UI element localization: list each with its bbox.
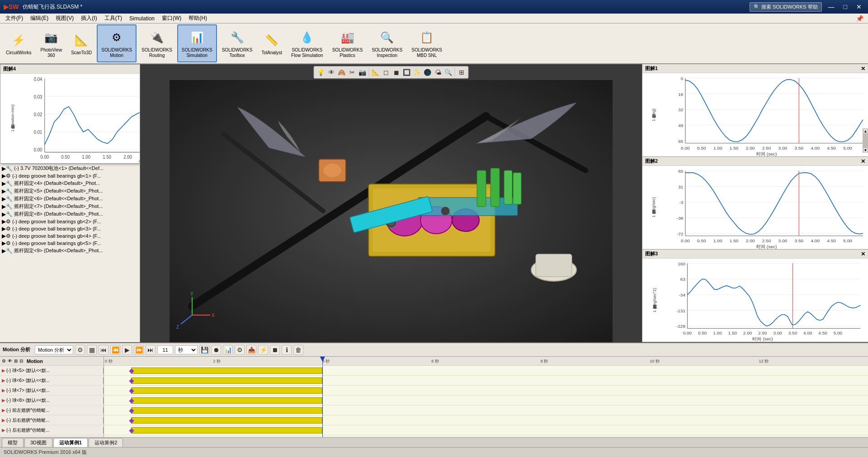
rp-scroll-down[interactable]: ▼ <box>863 147 868 153</box>
tree-item-8[interactable]: ▶⚙ (-) deep groove ball bearings gb<3> (… <box>0 225 140 232</box>
pin-icon[interactable]: 📌 <box>853 15 866 22</box>
timeline-row-2[interactable]: ▶ (-) 球<7> (默认<<默... <box>0 386 104 396</box>
ribbon-sw-routing[interactable]: 🔌 SOLIDWORKSRouting <box>137 24 176 62</box>
timeline-row-0[interactable]: ▶ (-) 球<5> (默认<<默... <box>0 366 104 376</box>
ribbon-sw-plastics[interactable]: 🏭 SOLIDWORKSPlastics <box>328 24 367 62</box>
svg-text:49: 49 <box>678 123 684 128</box>
ribbon-sw-simulation[interactable]: 📊 SOLIDWORKSSimulation <box>177 24 217 62</box>
vp-perspective-btn[interactable]: 🔍 <box>443 67 453 77</box>
motion-stop-btn[interactable]: ⏹ <box>270 345 280 355</box>
tree-item-2[interactable]: ▶🔧 摇杆固定<4> (Default<Default>_Phot... <box>0 179 140 187</box>
vp-ambient-btn[interactable]: 🌤 <box>433 67 443 77</box>
search-input-area[interactable]: 🔍 搜索 SOLIDWORKS 帮助 <box>750 2 822 12</box>
vp-wire-btn[interactable]: ◼ <box>392 67 401 77</box>
menu-simulation[interactable]: Simulation <box>126 14 158 23</box>
tab-3d-view[interactable]: 3D视图 <box>24 438 52 447</box>
graph1-close-icon[interactable]: ✕ <box>861 66 865 72</box>
vp-realview-btn[interactable]: ✨ <box>412 67 422 77</box>
tree-icon-5: ▶🔧 <box>2 203 13 210</box>
menu-file[interactable]: 文件(F) <box>2 14 27 23</box>
motion-info-btn[interactable]: ℹ <box>282 345 292 355</box>
timeline-row-6[interactable]: ▶ (-) 后右翅膀^仿蜻蜓... <box>0 425 104 435</box>
timeline-collapse-icon[interactable]: ⊟ <box>19 358 23 363</box>
ribbon-scan-to-3d[interactable]: 📐 ScanTo3D <box>67 24 96 62</box>
vp-shade-btn[interactable]: ◻ <box>381 67 391 77</box>
graph3-close-icon[interactable]: ✕ <box>861 251 865 257</box>
motion-rewind-btn[interactable]: ⏮ <box>99 345 108 355</box>
motion-back-btn[interactable]: ⏪ <box>110 345 120 355</box>
graph2-svg: 65 31 -3 -38 -72 0.00 0.50 1.00 1.50 2.0… <box>665 166 868 249</box>
motion-sim-btn[interactable]: ⚡ <box>258 345 268 355</box>
vp-normal-btn[interactable]: 📐 <box>371 67 381 77</box>
motion-time-unit-select[interactable]: 秒 <box>175 345 198 354</box>
vp-3d-btn[interactable]: 🔲 <box>402 67 412 77</box>
motion-settings-btn[interactable]: ▦ <box>87 345 97 355</box>
vp-hide-btn[interactable]: 🙈 <box>337 67 347 77</box>
menu-insert[interactable]: 插入(I) <box>77 14 100 23</box>
ribbon-tolanalyst[interactable]: 📏 TolAnalyst <box>257 24 286 62</box>
timeline-eye-icon[interactable]: 👁 <box>8 358 12 363</box>
tab-motion-2[interactable]: 运动算例2 <box>89 438 123 447</box>
ribbon-sw-mbd[interactable]: 📋 SOLIDWORKSMBD SNL <box>407 24 446 62</box>
vp-light-btn[interactable]: 💡 <box>316 67 326 77</box>
menu-view[interactable]: 视图(V) <box>52 14 77 23</box>
rp-scroll-thumb[interactable] <box>863 134 868 147</box>
tree-item-6[interactable]: ▶🔧 摇杆固定<8> (Default<<Default>_Phot... <box>0 210 140 218</box>
tab-model[interactable]: 模型 <box>2 438 24 447</box>
tree-item-3[interactable]: ▶🔧 摇杆固定<5> (Default<<Default>_Phot... <box>0 187 140 195</box>
motion-delete-btn[interactable]: 🗑 <box>293 345 303 355</box>
ribbon-sw-inspection[interactable]: 🔍 SOLIDWORKSInspection <box>368 24 406 62</box>
tree-item-0[interactable]: ▶🔧 (-) 3.7V 702030电池<1> (Default<<Def... <box>0 165 140 172</box>
ribbon-photoview[interactable]: 📷 PhotoView360 <box>36 24 66 62</box>
motion-time-input[interactable] <box>157 345 173 354</box>
tree-item-7[interactable]: ▶⚙ (-) deep groove ball bearings gb<2> (… <box>0 218 140 225</box>
menu-tools[interactable]: 工具(T) <box>101 14 126 23</box>
vp-view-btn[interactable]: 👁 <box>326 67 336 77</box>
menu-edit[interactable]: 编辑(E) <box>27 14 52 23</box>
svg-text:2.00: 2.00 <box>746 146 755 151</box>
tree-item-9[interactable]: ▶⚙ (-) deep groove ball bearings gb<4> (… <box>0 232 140 240</box>
rp-scroll-up[interactable]: ▲ <box>863 128 868 134</box>
vp-shadows-btn[interactable]: 🌑 <box>423 67 433 77</box>
motion-forward-btn[interactable]: ⏩ <box>134 345 144 355</box>
ribbon-sw-toolbox[interactable]: 🔧 SOLIDWORKSToolbox <box>218 24 257 62</box>
tree-item-10[interactable]: ▶⚙ (-) deep groove ball bearings gb<5> (… <box>0 240 140 247</box>
graph2-panel: 图解2 ✕ 角速度1 (deg/sec) <box>642 157 868 250</box>
menu-window[interactable]: 窗口(W) <box>158 14 185 23</box>
ribbon-circuit-works[interactable]: ⚡ CircuitWorks <box>2 24 35 62</box>
ribbon-sw-flow[interactable]: 💧 SOLIDWORKSFlow Simulation <box>287 24 327 62</box>
motion-play-btn[interactable]: ▶ <box>122 345 132 355</box>
timeline-row-1[interactable]: ▶ (-) 球<6> (默认<<默... <box>0 376 104 386</box>
tree-item-4[interactable]: ▶🔧 摇杆固定<6> (Default<<Default>_Phot... <box>0 195 140 203</box>
svg-text:0.01: 0.01 <box>34 130 42 135</box>
tree-item-11[interactable]: ▶🔧 摇杆固定<9> (Default<<Default>_Phot... <box>0 247 140 254</box>
motion-panel: Motion 分析 Motion 分析 ⚙ ▦ ⏮ ⏪ ▶ ⏩ ⏭ 秒 💾 ⏺ … <box>0 342 868 437</box>
motion-export-btn[interactable]: 📤 <box>246 345 256 355</box>
timeline-expand-icon[interactable]: ⊞ <box>14 358 18 363</box>
motion-type-select[interactable]: Motion 分析 <box>35 345 73 354</box>
tab-motion-1[interactable]: 运动算例1 <box>53 438 88 447</box>
timeline-row-3[interactable]: ▶ (-) 球<8> (默认<<默... <box>0 396 104 405</box>
motion-save-btn[interactable]: 💾 <box>199 345 209 355</box>
motion-more-btn[interactable]: ⚙ <box>235 345 245 355</box>
minimize-button[interactable]: — <box>826 3 837 10</box>
tree-item-5[interactable]: ▶🔧 摇杆固定<7> (Default<<Default>_Phot... <box>0 203 140 210</box>
graph2-close-icon[interactable]: ✕ <box>861 158 865 165</box>
tree-item-1[interactable]: ▶⚙ (-) deep groove ball bearings gb<1> (… <box>0 172 140 179</box>
ribbon-sw-motion[interactable]: ⚙ SOLIDWORKSMotion <box>97 24 137 62</box>
vp-section-btn[interactable]: ✂ <box>347 67 357 77</box>
motion-end-btn[interactable]: ⏭ <box>146 345 156 355</box>
motion-chart-btn[interactable]: 📊 <box>223 345 233 355</box>
close-button[interactable]: ✕ <box>854 3 864 10</box>
motion-record-btn[interactable]: ⏺ <box>211 345 221 355</box>
motion-filter-btn[interactable]: ⚙ <box>75 345 85 355</box>
menu-help[interactable]: 帮助(H) <box>185 14 211 23</box>
maximize-button[interactable]: □ <box>841 3 850 10</box>
timeline-row-4[interactable]: ▶ (-) 前左翅膀^仿蜻蜓... <box>0 405 104 415</box>
graph2-y-label: 角速度1 (deg/sec) <box>651 197 657 217</box>
timeline-row-5[interactable]: ▶ (-) 后右翅膀^仿蜻蜓... <box>0 415 104 425</box>
timeline-filter-icon[interactable]: ⚙ <box>2 358 6 363</box>
center-viewport[interactable]: 💡 👁 🙈 ✂ 📷 📐 ◻ ◼ 🔲 ✨ 🌑 🌤 🔍 ⊞ <box>140 64 642 342</box>
vp-expand-btn[interactable]: ⊞ <box>457 67 467 77</box>
vp-camera-btn[interactable]: 📷 <box>358 67 368 77</box>
